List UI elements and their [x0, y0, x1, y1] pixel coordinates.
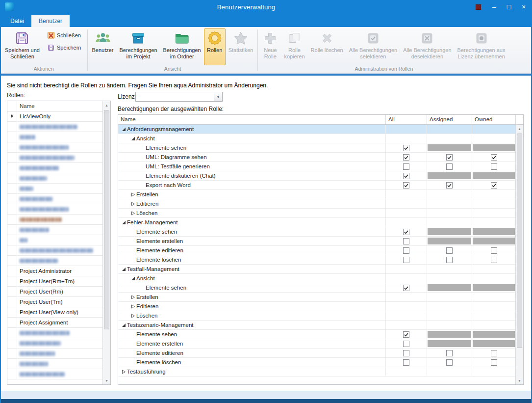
license-combobox[interactable]: ▼	[135, 92, 223, 102]
combo-dropdown-icon[interactable]: ▼	[214, 92, 222, 101]
role-list-item[interactable]: Project User(View only)	[7, 307, 102, 318]
permission-row[interactable]: Erstellen	[118, 190, 515, 199]
unchecked-checkbox[interactable]	[403, 247, 409, 254]
role-list-item[interactable]	[7, 194, 102, 204]
collapse-node-icon[interactable]	[120, 220, 127, 225]
unchecked-checkbox[interactable]	[491, 247, 497, 254]
scroll-thumb[interactable]	[517, 134, 522, 348]
role-list-item[interactable]: LicViewOnly	[7, 111, 102, 122]
role-list-item[interactable]	[7, 163, 102, 173]
role-list-item[interactable]	[7, 225, 102, 235]
unchecked-checkbox[interactable]	[403, 257, 409, 263]
unchecked-checkbox[interactable]	[491, 359, 497, 366]
column-header-all[interactable]: All	[386, 115, 427, 124]
permissions-scrollbar[interactable]: ▲ ▼	[516, 125, 523, 384]
role-list-item[interactable]	[7, 204, 102, 215]
permission-row[interactable]: Elemente sehen	[118, 283, 515, 293]
collapse-node-icon[interactable]	[129, 136, 136, 141]
role-list-item[interactable]	[7, 122, 102, 132]
role-list-item[interactable]	[7, 256, 102, 266]
ribbon-button-rollen[interactable]: Rollen	[204, 28, 226, 65]
role-list-item[interactable]	[7, 245, 102, 256]
checked-checkbox[interactable]	[491, 154, 497, 161]
permission-row[interactable]: Elemente löschen	[118, 358, 515, 367]
unchecked-checkbox[interactable]	[403, 341, 409, 347]
unchecked-checkbox[interactable]	[446, 350, 453, 356]
checked-checkbox[interactable]	[403, 229, 409, 235]
role-list-item[interactable]	[7, 359, 102, 369]
tab-benutzer[interactable]: Benutzer	[31, 15, 70, 27]
permission-row[interactable]: Elemente sehen	[118, 330, 515, 339]
permission-row[interactable]: Editieren	[118, 199, 515, 209]
permission-row[interactable]: Editieren	[118, 302, 515, 311]
expand-node-icon[interactable]	[120, 370, 127, 374]
expand-node-icon[interactable]	[129, 192, 136, 197]
permission-row[interactable]: Elemente erstellen	[118, 237, 515, 246]
collapse-node-icon[interactable]	[120, 127, 127, 132]
role-list-item[interactable]: Project Assignment	[7, 318, 102, 328]
permission-row[interactable]: Fehler-Management	[118, 218, 515, 227]
role-list-item[interactable]	[7, 338, 102, 349]
checked-checkbox[interactable]	[403, 145, 409, 151]
role-list-item[interactable]	[7, 215, 102, 225]
ribbon-button-speichern-und-schließen[interactable]: Speichern und Schließen	[2, 28, 43, 65]
permission-row[interactable]: Testszenario-Management	[118, 321, 515, 330]
role-list-item[interactable]	[7, 235, 102, 245]
checked-checkbox[interactable]	[446, 154, 453, 161]
permission-row[interactable]: Elemente sehen	[118, 227, 515, 237]
permission-row[interactable]: Elemente löschen	[118, 255, 515, 265]
unchecked-checkbox[interactable]	[491, 350, 497, 356]
role-list-item[interactable]: Project Administrator	[7, 266, 102, 276]
unchecked-checkbox[interactable]	[403, 163, 409, 170]
ribbon-button-schließen[interactable]: Schließen	[44, 30, 85, 41]
permission-row[interactable]: UML: Testfälle generieren	[118, 162, 515, 171]
unchecked-checkbox[interactable]	[446, 359, 453, 366]
permission-row[interactable]: Export nach Word	[118, 181, 515, 190]
role-list-item[interactable]	[7, 173, 102, 184]
checked-checkbox[interactable]	[403, 173, 409, 179]
role-list-item[interactable]: Project User(Rm)	[7, 287, 102, 297]
license-value[interactable]	[136, 92, 214, 101]
unchecked-checkbox[interactable]	[491, 163, 497, 170]
unchecked-checkbox[interactable]	[403, 350, 409, 356]
permission-row[interactable]: Löschen	[118, 311, 515, 321]
permission-row[interactable]: Elemente sehen	[118, 143, 515, 153]
scroll-track[interactable]	[103, 109, 110, 376]
ribbon-button-berechtigungen-im-projekt[interactable]: Berechtigungen im Projekt	[117, 28, 160, 65]
scroll-track[interactable]	[516, 133, 523, 376]
role-list-item[interactable]	[7, 184, 102, 194]
expand-node-icon[interactable]	[129, 202, 136, 206]
unchecked-checkbox[interactable]	[446, 247, 453, 254]
scroll-down-icon[interactable]: ▼	[103, 376, 110, 384]
permission-row[interactable]: Elemente editieren	[118, 349, 515, 358]
close-button[interactable]: ×	[516, 0, 531, 14]
minimize-button[interactable]: –	[487, 0, 502, 14]
scroll-up-icon[interactable]: ▲	[516, 125, 523, 133]
role-list-item[interactable]	[7, 132, 102, 142]
permission-row[interactable]: UML: Diagramme sehen	[118, 153, 515, 162]
column-header-assigned[interactable]: Assigned	[427, 115, 472, 124]
collapse-node-icon[interactable]	[129, 276, 136, 281]
role-list-item[interactable]	[7, 349, 102, 359]
roles-scrollbar[interactable]: ▲ ▼	[102, 101, 110, 384]
checked-checkbox[interactable]	[403, 154, 409, 161]
ribbon-button-berechtigungen-im-ordner[interactable]: Berechtigungen im Ordner	[160, 28, 204, 65]
scroll-down-icon[interactable]: ▼	[516, 376, 523, 384]
permission-row[interactable]: Löschen	[118, 209, 515, 218]
role-list-item[interactable]	[7, 142, 102, 153]
permission-row[interactable]: Ansicht	[118, 134, 515, 143]
unchecked-checkbox[interactable]	[446, 257, 453, 263]
role-list-item[interactable]: Project User(Rm+Tm)	[7, 276, 102, 287]
role-list-item[interactable]	[7, 369, 102, 379]
roles-name-column-header[interactable]: Name	[17, 101, 102, 111]
permission-row[interactable]: Testausführung	[118, 367, 515, 376]
column-header-name[interactable]: Name	[118, 115, 386, 124]
unchecked-checkbox[interactable]	[403, 359, 409, 366]
permission-row[interactable]: Anforderungsmanagement	[118, 125, 515, 134]
checked-checkbox[interactable]	[491, 182, 497, 188]
ribbon-button-speichern[interactable]: Speichern	[44, 42, 85, 53]
checked-checkbox[interactable]	[403, 182, 409, 188]
expand-node-icon[interactable]	[129, 304, 136, 309]
permission-row[interactable]: Elemente editieren	[118, 246, 515, 255]
unchecked-checkbox[interactable]	[491, 257, 497, 263]
